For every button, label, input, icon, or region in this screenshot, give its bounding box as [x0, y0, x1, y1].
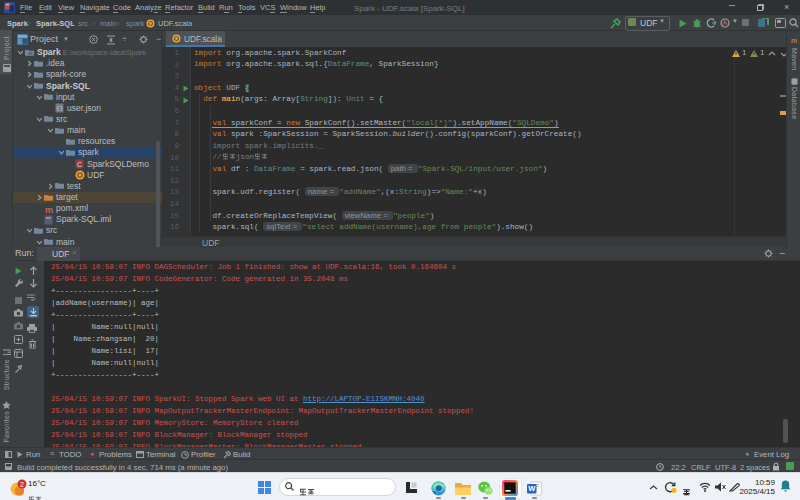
svg-text:{}: {} — [56, 105, 63, 112]
svg-text:W: W — [528, 484, 536, 493]
svg-text:2: 2 — [20, 481, 24, 488]
svg-text:m: m — [45, 204, 53, 214]
svg-text:C: C — [77, 161, 82, 168]
